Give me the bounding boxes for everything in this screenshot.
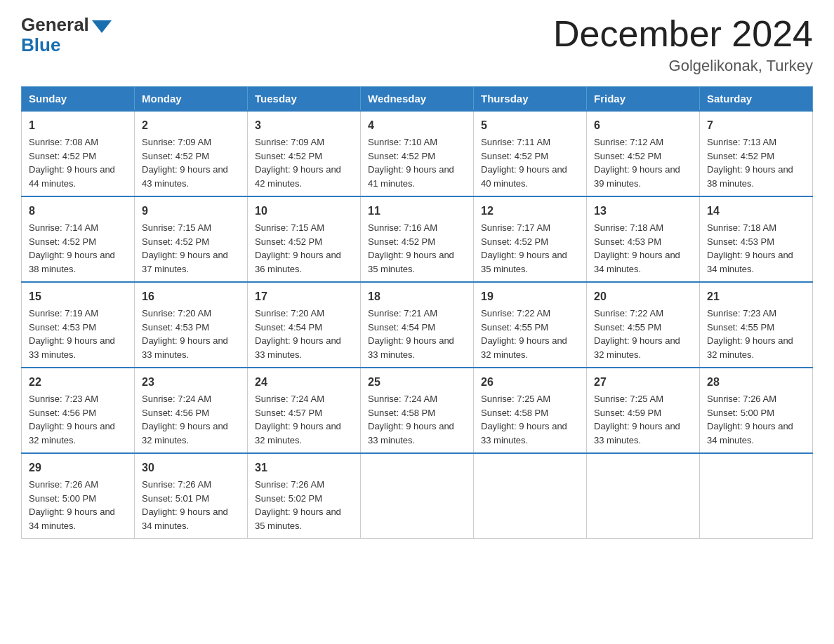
calendar-week-row: 22Sunrise: 7:23 AMSunset: 4:56 PMDayligh… <box>22 368 813 453</box>
day-number: 11 <box>368 203 466 220</box>
sunrise-text: Sunrise: 7:26 AM <box>142 479 211 490</box>
sunset-text: Sunset: 4:53 PM <box>594 236 661 247</box>
table-row: 27Sunrise: 7:25 AMSunset: 4:59 PMDayligh… <box>587 368 700 453</box>
daylight-text: Daylight: 9 hours and 33 minutes. <box>255 335 341 360</box>
sunset-text: Sunset: 4:55 PM <box>481 322 548 333</box>
sunrise-text: Sunrise: 7:11 AM <box>481 137 550 147</box>
sunrise-text: Sunrise: 7:17 AM <box>481 222 550 233</box>
col-sunday: Sunday <box>22 87 135 112</box>
sunrise-text: Sunrise: 7:08 AM <box>29 137 98 147</box>
day-number: 3 <box>255 117 353 134</box>
sunrise-text: Sunrise: 7:23 AM <box>29 394 98 404</box>
daylight-text: Daylight: 9 hours and 33 minutes. <box>481 421 567 445</box>
day-number: 31 <box>255 459 353 476</box>
sunset-text: Sunset: 4:55 PM <box>707 322 774 333</box>
daylight-text: Daylight: 9 hours and 32 minutes. <box>29 421 115 445</box>
day-number: 22 <box>29 374 127 391</box>
sunset-text: Sunset: 4:52 PM <box>255 151 322 161</box>
sunset-text: Sunset: 4:52 PM <box>142 151 209 161</box>
col-monday: Monday <box>135 87 248 112</box>
daylight-text: Daylight: 9 hours and 34 minutes. <box>29 507 115 531</box>
sunset-text: Sunset: 4:59 PM <box>594 408 661 418</box>
daylight-text: Daylight: 9 hours and 36 minutes. <box>255 250 341 274</box>
table-row: 1Sunrise: 7:08 AMSunset: 4:52 PMDaylight… <box>22 111 135 196</box>
day-number: 19 <box>481 288 579 305</box>
day-number: 10 <box>255 203 353 220</box>
sunset-text: Sunset: 5:00 PM <box>29 493 96 504</box>
day-number: 4 <box>368 117 466 134</box>
daylight-text: Daylight: 9 hours and 41 minutes. <box>368 164 454 189</box>
sunrise-text: Sunrise: 7:15 AM <box>255 222 324 233</box>
table-row <box>700 453 813 539</box>
sunset-text: Sunset: 4:52 PM <box>142 236 209 247</box>
daylight-text: Daylight: 9 hours and 35 minutes. <box>255 507 341 531</box>
sunset-text: Sunset: 4:52 PM <box>481 236 548 247</box>
day-number: 17 <box>255 288 353 305</box>
sunset-text: Sunset: 4:54 PM <box>255 322 322 333</box>
day-number: 21 <box>707 288 805 305</box>
logo-blue-text: Blue <box>21 34 60 56</box>
sunrise-text: Sunrise: 7:09 AM <box>142 137 211 147</box>
sunset-text: Sunset: 5:00 PM <box>707 408 774 418</box>
table-row: 23Sunrise: 7:24 AMSunset: 4:56 PMDayligh… <box>135 368 248 453</box>
daylight-text: Daylight: 9 hours and 33 minutes. <box>594 421 680 445</box>
month-title: December 2024 <box>553 14 813 54</box>
calendar-header-row: Sunday Monday Tuesday Wednesday Thursday… <box>22 87 813 112</box>
sunrise-text: Sunrise: 7:10 AM <box>368 137 437 147</box>
table-row: 12Sunrise: 7:17 AMSunset: 4:52 PMDayligh… <box>474 196 587 282</box>
title-section: December 2024 Golgelikonak, Turkey <box>553 14 813 75</box>
day-number: 24 <box>255 374 353 391</box>
table-row: 11Sunrise: 7:16 AMSunset: 4:52 PMDayligh… <box>361 196 474 282</box>
table-row <box>587 453 700 539</box>
daylight-text: Daylight: 9 hours and 34 minutes. <box>707 421 793 445</box>
col-wednesday: Wednesday <box>361 87 474 112</box>
sunset-text: Sunset: 5:02 PM <box>255 493 322 504</box>
table-row: 14Sunrise: 7:18 AMSunset: 4:53 PMDayligh… <box>700 196 813 282</box>
sunset-text: Sunset: 4:58 PM <box>368 408 435 418</box>
table-row: 4Sunrise: 7:10 AMSunset: 4:52 PMDaylight… <box>361 111 474 196</box>
sunset-text: Sunset: 4:52 PM <box>29 151 96 161</box>
sunset-text: Sunset: 4:58 PM <box>481 408 548 418</box>
sunset-text: Sunset: 4:53 PM <box>707 236 774 247</box>
daylight-text: Daylight: 9 hours and 33 minutes. <box>368 335 454 360</box>
daylight-text: Daylight: 9 hours and 40 minutes. <box>481 164 567 189</box>
sunrise-text: Sunrise: 7:21 AM <box>368 308 437 318</box>
table-row: 29Sunrise: 7:26 AMSunset: 5:00 PMDayligh… <box>22 453 135 539</box>
sunrise-text: Sunrise: 7:15 AM <box>142 222 211 233</box>
table-row: 10Sunrise: 7:15 AMSunset: 4:52 PMDayligh… <box>248 196 361 282</box>
sunset-text: Sunset: 4:52 PM <box>255 236 322 247</box>
sunset-text: Sunset: 4:55 PM <box>594 322 661 333</box>
table-row: 30Sunrise: 7:26 AMSunset: 5:01 PMDayligh… <box>135 453 248 539</box>
day-number: 27 <box>594 374 692 391</box>
sunrise-text: Sunrise: 7:18 AM <box>594 222 663 233</box>
day-number: 20 <box>594 288 692 305</box>
logo-general-text: General <box>21 14 89 36</box>
sunset-text: Sunset: 4:54 PM <box>368 322 435 333</box>
table-row: 31Sunrise: 7:26 AMSunset: 5:02 PMDayligh… <box>248 453 361 539</box>
table-row: 15Sunrise: 7:19 AMSunset: 4:53 PMDayligh… <box>22 282 135 368</box>
col-saturday: Saturday <box>700 87 813 112</box>
table-row: 2Sunrise: 7:09 AMSunset: 4:52 PMDaylight… <box>135 111 248 196</box>
table-row: 3Sunrise: 7:09 AMSunset: 4:52 PMDaylight… <box>248 111 361 196</box>
daylight-text: Daylight: 9 hours and 34 minutes. <box>142 507 228 531</box>
sunset-text: Sunset: 4:52 PM <box>594 151 661 161</box>
day-number: 8 <box>29 203 127 220</box>
page-header: General Blue December 2024 Golgelikonak,… <box>21 14 813 75</box>
daylight-text: Daylight: 9 hours and 32 minutes. <box>707 335 793 360</box>
daylight-text: Daylight: 9 hours and 34 minutes. <box>707 250 793 274</box>
table-row: 17Sunrise: 7:20 AMSunset: 4:54 PMDayligh… <box>248 282 361 368</box>
table-row: 16Sunrise: 7:20 AMSunset: 4:53 PMDayligh… <box>135 282 248 368</box>
day-number: 9 <box>142 203 240 220</box>
logo-arrow-icon <box>92 20 112 33</box>
sunrise-text: Sunrise: 7:25 AM <box>481 394 550 404</box>
daylight-text: Daylight: 9 hours and 42 minutes. <box>255 164 341 189</box>
table-row: 20Sunrise: 7:22 AMSunset: 4:55 PMDayligh… <box>587 282 700 368</box>
daylight-text: Daylight: 9 hours and 35 minutes. <box>368 250 454 274</box>
daylight-text: Daylight: 9 hours and 39 minutes. <box>594 164 680 189</box>
calendar-week-row: 15Sunrise: 7:19 AMSunset: 4:53 PMDayligh… <box>22 282 813 368</box>
sunrise-text: Sunrise: 7:19 AM <box>29 308 98 318</box>
daylight-text: Daylight: 9 hours and 38 minutes. <box>29 250 115 274</box>
sunrise-text: Sunrise: 7:16 AM <box>368 222 437 233</box>
col-thursday: Thursday <box>474 87 587 112</box>
location-title: Golgelikonak, Turkey <box>553 57 813 75</box>
